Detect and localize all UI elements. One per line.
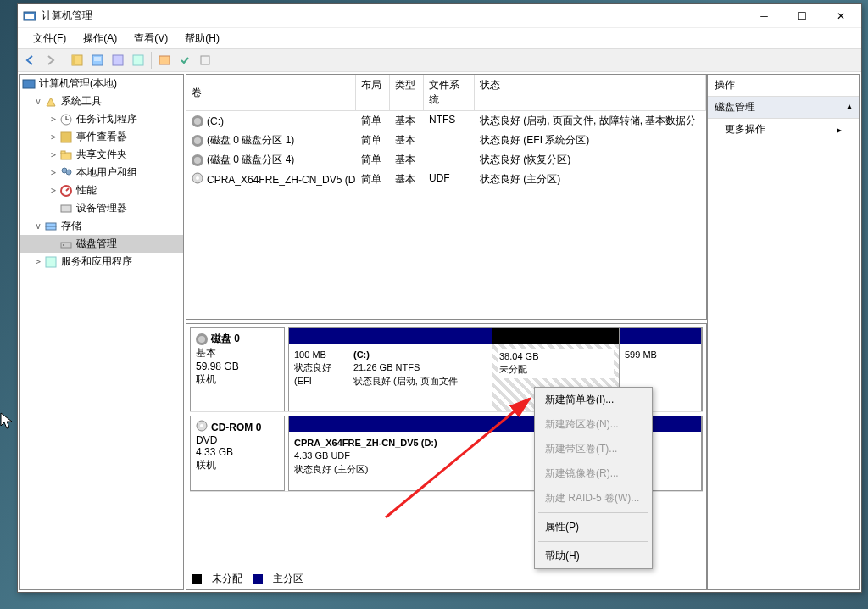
cm-help[interactable]: 帮助(H) [535, 544, 652, 568]
view-button[interactable] [129, 51, 147, 70]
disk-0-info[interactable]: 磁盘 0 基本 59.98 GB 联机 [190, 327, 285, 411]
app-icon [23, 9, 36, 23]
minimize-button[interactable]: ─ [745, 4, 783, 28]
tree-services-apps[interactable]: > 服务和应用程序 [20, 253, 183, 271]
tree-label: 系统工具 [61, 94, 102, 109]
menu-help[interactable]: 帮助(H) [176, 30, 228, 47]
computer-management-window: 计算机管理 ─ ☐ ✕ 文件(F) 操作(A) 查看(V) 帮助(H) 计算机管… [17, 3, 862, 593]
cm-new-spanned-volume: 新建跨区卷(N)... [535, 412, 652, 437]
menu-file[interactable]: 文件(F) [25, 30, 75, 47]
volume-list[interactable]: 卷 布局 类型 文件系统 状态 (C:) 简单 基本 NTFS 状态良好 (启动… [186, 74, 707, 320]
window-title: 计算机管理 [42, 8, 745, 23]
svg-rect-1 [25, 14, 34, 19]
cm-new-mirrored-volume: 新建镜像卷(R)... [535, 461, 652, 486]
tree-root[interactable]: 计算机管理(本地) [20, 75, 183, 92]
tree-storage[interactable]: v 存储 [20, 217, 183, 235]
tree-disk-management[interactable]: 磁盘管理 [20, 235, 183, 253]
svg-point-31 [200, 424, 203, 427]
cm-new-striped-volume: 新建带区卷(T)... [535, 437, 652, 461]
svg-line-21 [66, 188, 69, 191]
actions-subtitle[interactable]: 磁盘管理 ▴ [708, 97, 859, 119]
legend-unalloc-icon [192, 574, 202, 584]
svg-rect-7 [113, 55, 123, 65]
svg-rect-11 [23, 80, 35, 88]
actions-more[interactable]: 更多操作 ▸ [708, 119, 859, 140]
show-hide-tree-button[interactable] [68, 51, 86, 70]
volume-row[interactable]: (磁盘 0 磁盘分区 4) 简单 基本 状态良好 (恢复分区) [186, 150, 706, 170]
actions-panel: 操作 磁盘管理 ▴ 更多操作 ▸ [707, 74, 860, 590]
partition-c[interactable]: (C:) 21.26 GB NTFS 状态良好 (启动, 页面文件 [348, 328, 492, 411]
svg-rect-23 [46, 223, 56, 226]
svg-rect-22 [61, 205, 71, 212]
svg-point-29 [196, 176, 199, 180]
svg-rect-3 [72, 55, 75, 65]
cd-icon [196, 420, 208, 434]
tree-label: 性能 [76, 183, 97, 198]
tree-label: 本地用户和组 [76, 165, 137, 180]
svg-rect-17 [61, 151, 65, 154]
volume-row[interactable]: (磁盘 0 磁盘分区 1) 简单 基本 状态良好 (EFI 系统分区) [186, 131, 706, 150]
legend: 未分配 主分区 [192, 572, 303, 586]
cm-new-raid5-volume: 新建 RAID-5 卷(W)... [535, 486, 652, 511]
tree-label: 设备管理器 [76, 201, 127, 215]
actions-title: 操作 [708, 75, 859, 97]
svg-rect-27 [46, 257, 56, 267]
cd-icon [192, 172, 203, 187]
partition-efi[interactable]: 100 MB 状态良好 (EFI [289, 328, 348, 411]
svg-point-26 [63, 244, 64, 246]
toolbar [18, 48, 861, 72]
volume-row[interactable]: CPRA_X64FRE_ZH-CN_DV5 (D:) 简单 基本 UDF 状态良… [186, 170, 706, 189]
svg-rect-8 [133, 55, 143, 65]
col-status[interactable]: 状态 [475, 75, 706, 110]
tree-shared-folders[interactable]: > 共享文件夹 [20, 146, 183, 164]
titlebar[interactable]: 计算机管理 ─ ☐ ✕ [18, 4, 861, 28]
tree-local-users[interactable]: > 本地用户和组 [20, 164, 183, 182]
svg-rect-9 [159, 56, 170, 64]
navigation-tree[interactable]: 计算机管理(本地) v 系统工具 > 任务计划程序 > 事件查看器 > 共享文件… [19, 74, 184, 590]
drive-icon [192, 154, 203, 166]
close-button[interactable]: ✕ [821, 4, 860, 28]
legend-primary-icon [253, 574, 263, 584]
col-fs[interactable]: 文件系统 [424, 75, 475, 110]
disk-icon [196, 333, 208, 345]
refresh-button[interactable] [108, 51, 127, 70]
volume-row[interactable]: (C:) 简单 基本 NTFS 状态良好 (启动, 页面文件, 故障转储, 基本… [186, 111, 706, 131]
tree-label: 存储 [61, 219, 81, 233]
svg-rect-10 [201, 56, 209, 64]
chevron-right-icon: ▸ [837, 124, 842, 136]
svg-rect-25 [61, 243, 71, 248]
col-layout[interactable]: 布局 [356, 75, 390, 110]
col-type[interactable]: 类型 [390, 75, 424, 110]
action-button[interactable] [175, 51, 194, 70]
tree-label: 事件查看器 [76, 130, 127, 144]
tree-label: 磁盘管理 [76, 237, 117, 251]
tree-label: 任务计划程序 [76, 112, 137, 126]
cm-new-simple-volume[interactable]: 新建简单卷(I)... [535, 388, 652, 412]
drive-icon [192, 115, 203, 127]
menu-action[interactable]: 操作(A) [75, 30, 125, 47]
back-button[interactable] [21, 51, 40, 70]
cdrom-info[interactable]: CD-ROM 0 DVD 4.33 GB 联机 [190, 416, 285, 491]
svg-rect-15 [61, 132, 71, 142]
cm-properties[interactable]: 属性(P) [535, 515, 652, 539]
properties-button[interactable] [88, 51, 107, 70]
svg-rect-24 [46, 226, 56, 230]
tree-event-viewer[interactable]: > 事件查看器 [20, 128, 183, 146]
maximize-button[interactable]: ☐ [783, 4, 821, 28]
tree-label: 服务和应用程序 [61, 254, 132, 269]
help-button[interactable] [155, 51, 174, 70]
cursor-icon [0, 412, 15, 431]
tree-device-manager[interactable]: 设备管理器 [20, 199, 183, 217]
tree-performance[interactable]: > 性能 [20, 182, 183, 199]
col-volume[interactable]: 卷 [186, 75, 356, 110]
menu-view[interactable]: 查看(V) [125, 30, 176, 47]
context-menu: 新建简单卷(I)... 新建跨区卷(N)... 新建带区卷(T)... 新建镜像… [534, 387, 653, 569]
forward-button[interactable] [42, 51, 60, 70]
drive-icon [192, 135, 203, 147]
volume-list-header: 卷 布局 类型 文件系统 状态 [186, 75, 706, 111]
tree-task-scheduler[interactable]: > 任务计划程序 [20, 110, 183, 128]
svg-point-19 [66, 170, 71, 175]
settings-button[interactable] [196, 51, 214, 70]
collapse-icon: ▴ [847, 100, 852, 115]
tree-system-tools[interactable]: v 系统工具 [20, 92, 183, 110]
